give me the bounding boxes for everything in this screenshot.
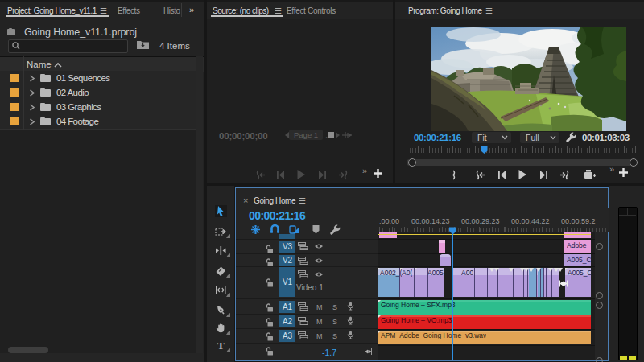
svg-text:T: T	[217, 339, 225, 352]
